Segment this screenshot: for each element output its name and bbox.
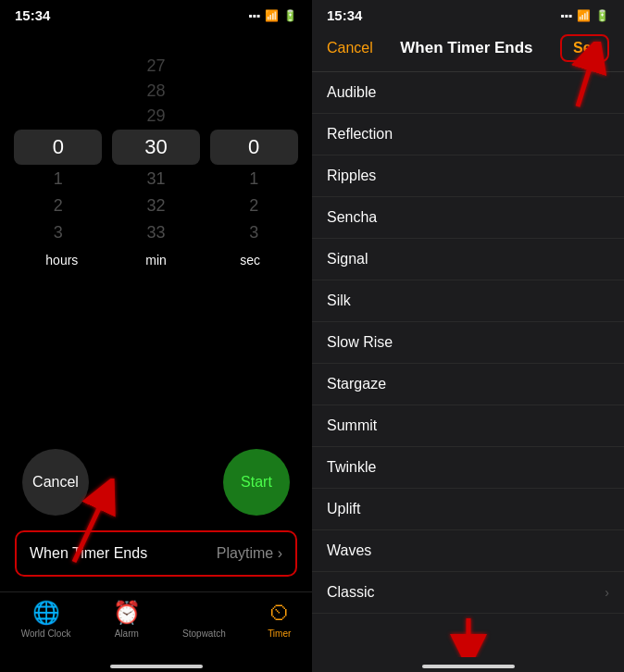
sec-below1: 1 — [249, 167, 258, 192]
tab-stopwatch[interactable]: ⏱ Stopwatch — [182, 600, 226, 639]
hours-below: 1 — [54, 167, 63, 192]
picker-labels-row: hours min sec — [0, 253, 312, 268]
stopwatch-icon: ⏱ — [193, 600, 215, 626]
right-panel: 15:34 ▪▪▪ 📶 🔋 Cancel When Timer Ends Set… — [312, 0, 624, 672]
option-list: Audible Reflection Ripples Sencha Signal… — [312, 72, 624, 657]
right-status-icons: ▪▪▪ 📶 🔋 — [560, 9, 609, 22]
left-home-bar — [110, 665, 203, 668]
option-signal[interactable]: Signal — [312, 239, 624, 280]
sec-selected[interactable]: 0 — [210, 130, 298, 165]
nav-title: When Timer Ends — [400, 39, 532, 57]
when-timer-label: When Timer Ends — [30, 545, 147, 562]
tab-alarm[interactable]: ⏰ Alarm — [113, 600, 141, 639]
option-sencha-text: Sencha — [327, 209, 377, 226]
world-clock-icon: 🌐 — [32, 600, 60, 626]
option-classic-chevron: › — [605, 585, 609, 600]
right-home-bar — [422, 665, 515, 668]
wifi-icon: 📶 — [265, 9, 279, 22]
min-col[interactable]: 27 28 29 30 31 32 33 — [107, 55, 206, 245]
option-ripples-text: Ripples — [327, 168, 376, 184]
right-signal-icon: ▪▪▪ — [560, 9, 572, 22]
picker-columns: 0 1 2 3 27 28 29 30 31 32 33 0 1 — [0, 55, 312, 245]
min-above1: 27 — [146, 55, 165, 78]
option-uplift[interactable]: Uplift — [312, 489, 624, 530]
hours-below2: 2 — [54, 193, 63, 218]
min-above3: 29 — [146, 105, 165, 128]
option-slow-rise[interactable]: Slow Rise — [312, 322, 624, 364]
option-reflection[interactable]: Reflection — [312, 114, 624, 156]
timer-label: Timer — [268, 628, 291, 639]
option-twinkle-text: Twinkle — [327, 459, 376, 476]
alarm-icon: ⏰ — [113, 600, 141, 626]
timer-icon: ⏲ — [268, 600, 291, 626]
start-button[interactable]: Start — [223, 449, 290, 516]
hours-above3 — [56, 105, 60, 128]
right-home-indicator — [312, 657, 624, 672]
sec-col[interactable]: 0 1 2 3 — [205, 55, 303, 245]
right-status-bar: 15:34 ▪▪▪ 📶 🔋 — [312, 0, 624, 27]
option-audible[interactable]: Audible — [312, 72, 624, 114]
right-bottom-arrow-container — [319, 614, 617, 657]
right-wifi-icon: 📶 — [577, 9, 591, 22]
timer-buttons: Cancel Start — [0, 434, 312, 530]
option-summit[interactable]: Summit — [312, 405, 624, 447]
option-audible-text: Audible — [327, 84, 376, 101]
left-time: 15:34 — [15, 7, 50, 23]
sec-above2 — [252, 80, 256, 103]
option-summit-text: Summit — [327, 417, 377, 434]
left-status-bar: 15:34 ▪▪▪ 📶 🔋 — [0, 0, 312, 27]
option-ripples[interactable]: Ripples — [312, 156, 624, 197]
hours-below3: 3 — [54, 220, 63, 245]
hours-label: hours — [15, 253, 109, 268]
time-picker: 0 1 2 3 27 28 29 30 31 32 33 0 1 — [0, 27, 312, 434]
min-above2: 28 — [146, 80, 165, 103]
stopwatch-label: Stopwatch — [182, 628, 226, 639]
when-timer-value: Playtime › — [217, 545, 282, 562]
option-waves[interactable]: Waves — [312, 530, 624, 572]
left-status-icons: ▪▪▪ 📶 🔋 — [248, 9, 297, 22]
tab-bar: 🌐 World Clock ⏰ Alarm ⏱ Stopwatch ⏲ Time… — [0, 591, 312, 657]
right-time: 15:34 — [327, 7, 362, 23]
left-panel: 15:34 ▪▪▪ 📶 🔋 0 1 2 3 27 28 29 — [0, 0, 312, 672]
min-selected[interactable]: 30 — [112, 130, 200, 165]
min-below2: 32 — [146, 193, 165, 218]
nav-set-button[interactable]: Set — [560, 34, 609, 62]
tab-world-clock[interactable]: 🌐 World Clock — [21, 600, 71, 639]
nav-cancel-button[interactable]: Cancel — [327, 40, 373, 56]
option-classic[interactable]: Classic › — [312, 572, 624, 614]
sec-label: sec — [203, 253, 297, 268]
sec-above — [252, 55, 256, 78]
option-slow-rise-text: Slow Rise — [327, 334, 393, 351]
battery-icon: 🔋 — [283, 9, 297, 22]
option-signal-text: Signal — [327, 251, 368, 268]
option-twinkle[interactable]: Twinkle — [312, 447, 624, 489]
option-classic-text: Classic — [327, 584, 375, 601]
right-nav: Cancel When Timer Ends Set — [312, 27, 624, 72]
sec-above3 — [252, 105, 256, 128]
option-stargaze-text: Stargaze — [327, 376, 386, 392]
hours-above — [56, 55, 60, 78]
hours-selected[interactable]: 0 — [14, 130, 102, 165]
option-sencha[interactable]: Sencha — [312, 197, 624, 239]
right-battery-icon: 🔋 — [595, 9, 609, 22]
cancel-button[interactable]: Cancel — [22, 449, 89, 516]
when-timer-row[interactable]: When Timer Ends Playtime › — [15, 530, 297, 577]
tab-timer[interactable]: ⏲ Timer — [268, 600, 291, 639]
option-silk[interactable]: Silk — [312, 280, 624, 322]
world-clock-label: World Clock — [21, 628, 71, 639]
option-reflection-text: Reflection — [327, 126, 393, 143]
signal-icon: ▪▪▪ — [248, 9, 260, 22]
option-uplift-text: Uplift — [327, 501, 360, 517]
min-label: min — [109, 253, 204, 268]
min-below1: 31 — [146, 167, 165, 192]
sec-below2: 2 — [249, 193, 258, 218]
hours-above2 — [56, 80, 60, 103]
hours-col[interactable]: 0 1 2 3 — [9, 55, 107, 245]
alarm-label: Alarm — [115, 628, 139, 639]
option-silk-text: Silk — [327, 292, 351, 309]
option-stargaze[interactable]: Stargaze — [312, 364, 624, 405]
option-waves-text: Waves — [327, 542, 371, 559]
min-below3: 33 — [146, 220, 165, 245]
left-home-indicator — [0, 657, 312, 672]
sec-below3: 3 — [249, 220, 258, 245]
